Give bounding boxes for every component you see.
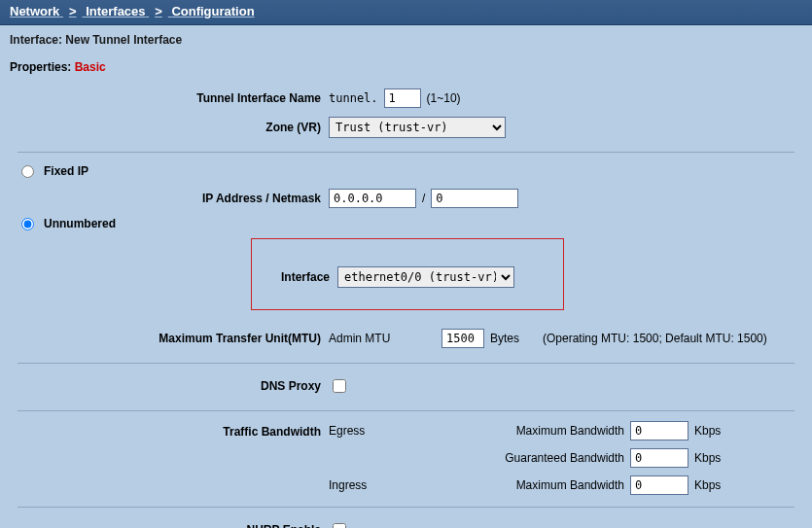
nhrp-label: NHRP Enable	[18, 523, 329, 528]
zone-label: Zone (VR)	[18, 121, 329, 134]
fixed-ip-radio[interactable]	[21, 165, 34, 178]
unnumbered-radio-row[interactable]: Unnumbered	[18, 213, 794, 236]
ip-address-input[interactable]	[329, 189, 416, 208]
egress-label: Egress	[329, 424, 445, 438]
kbps-unit: Kbps	[694, 424, 721, 438]
breadcrumb: Network > Interfaces > Configuration	[0, 0, 812, 25]
divider	[18, 363, 794, 364]
egress-guar-input[interactable]	[630, 448, 688, 468]
breadcrumb-sep: >	[69, 4, 77, 18]
divider	[18, 410, 794, 411]
mtu-unit: Bytes	[490, 332, 519, 345]
tunnel-number-input[interactable]	[384, 88, 421, 108]
ingress-max-label: Maximum Bandwidth	[445, 478, 630, 492]
divider	[18, 152, 794, 153]
zone-select[interactable]: Trust (trust-vr)	[329, 117, 506, 138]
fixed-ip-label: Fixed IP	[44, 164, 88, 178]
dns-proxy-label: DNS Proxy	[18, 379, 329, 393]
unnumbered-label: Unnumbered	[44, 217, 116, 230]
page-title: Interface: New Tunnel Interface	[0, 25, 812, 51]
mtu-label: Maximum Transfer Unit(MTU)	[18, 332, 329, 345]
interface-highlight: Interface ethernet0/0 (trust-vr)	[251, 238, 564, 310]
fixed-ip-radio-row[interactable]: Fixed IP	[18, 160, 794, 184]
dns-proxy-checkbox[interactable]	[333, 379, 346, 393]
tunnel-range: (1~10)	[427, 91, 461, 105]
breadcrumb-interfaces[interactable]: Interfaces	[86, 4, 145, 18]
unnumbered-radio[interactable]	[21, 218, 34, 230]
traffic-bandwidth-label: Traffic Bandwidth	[18, 421, 329, 439]
interface-label: Interface	[252, 270, 337, 284]
properties-label: Properties:	[10, 60, 71, 74]
egress-guar-label: Guaranteed Bandwidth	[445, 451, 630, 465]
tunnel-name-label: Tunnel Interface Name	[18, 91, 329, 105]
breadcrumb-configuration[interactable]: Configuration	[171, 4, 254, 18]
ip-netmask-label: IP Address / Netmask	[18, 192, 329, 205]
mtu-note: (Operating MTU: 1500; Default MTU: 1500)	[543, 332, 767, 345]
tunnel-prefix: tunnel.	[329, 91, 378, 105]
breadcrumb-sep: >	[155, 4, 162, 18]
egress-max-input[interactable]	[630, 421, 688, 440]
nhrp-checkbox[interactable]	[333, 523, 346, 528]
breadcrumb-network[interactable]: Network	[10, 4, 59, 18]
egress-max-label: Maximum Bandwidth	[445, 424, 630, 438]
netmask-slash: /	[422, 192, 425, 205]
divider	[18, 507, 794, 508]
admin-mtu-label: Admin MTU	[329, 332, 436, 345]
properties-mode[interactable]: Basic	[75, 60, 106, 74]
interface-select[interactable]: ethernet0/0 (trust-vr)	[337, 266, 514, 288]
mtu-input[interactable]	[441, 329, 484, 348]
ingress-label: Ingress	[329, 478, 445, 492]
properties-bar: Properties: Basic	[0, 51, 812, 84]
kbps-unit: Kbps	[694, 478, 721, 492]
kbps-unit: Kbps	[694, 451, 721, 465]
netmask-input[interactable]	[431, 189, 518, 208]
ingress-max-input[interactable]	[630, 475, 688, 495]
